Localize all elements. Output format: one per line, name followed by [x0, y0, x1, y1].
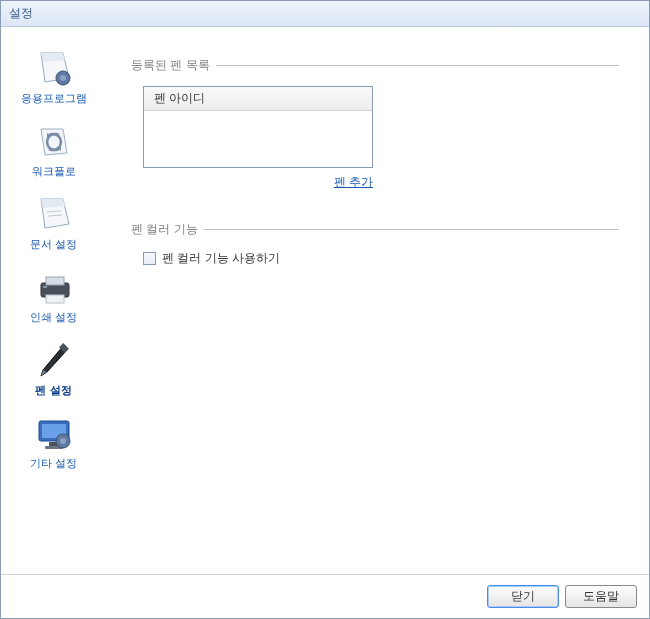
- pen-color-checkbox[interactable]: [143, 252, 156, 265]
- sidebar-item-label: 인쇄 설정: [30, 310, 77, 325]
- sidebar-item-label: 응용프로그램: [21, 91, 87, 106]
- sidebar-item-label: 기타 설정: [30, 456, 77, 471]
- sidebar-item-pen[interactable]: 펜 설정: [9, 339, 99, 400]
- sidebar-item-workflow[interactable]: 워크플로: [9, 120, 99, 181]
- workflow-icon: [30, 122, 78, 162]
- sidebar-item-label: 워크플로: [32, 164, 76, 179]
- checkbox-row: 펜 컬러 기능 사용하기: [143, 250, 619, 267]
- footer: 닫기 도움말: [1, 574, 649, 618]
- settings-window: 설정 응용프로그램: [0, 0, 650, 619]
- link-row: 펜 추가: [143, 174, 373, 191]
- svg-point-1: [60, 75, 66, 81]
- sidebar-item-print[interactable]: 인쇄 설정: [9, 266, 99, 327]
- section-title: 펜 컬러 기능: [131, 221, 198, 238]
- sidebar: 응용프로그램 워크플로: [1, 27, 106, 574]
- svg-rect-7: [43, 286, 47, 288]
- window-body: 응용프로그램 워크플로: [1, 27, 649, 574]
- sidebar-item-document[interactable]: 문서 설정: [9, 193, 99, 254]
- application-icon: [30, 49, 78, 89]
- section-title: 등록된 펜 목록: [131, 57, 210, 74]
- document-icon: [30, 195, 78, 235]
- add-pen-link[interactable]: 펜 추가: [334, 175, 373, 189]
- sidebar-item-label: 펜 설정: [35, 383, 71, 398]
- close-button[interactable]: 닫기: [487, 585, 559, 608]
- sidebar-item-other[interactable]: 기타 설정: [9, 412, 99, 473]
- main-panel: 등록된 펜 목록 펜 아이디 펜 추가 펜 컬러 기능 펜 컬러 기능 사용하기: [106, 27, 649, 574]
- sidebar-item-label: 문서 설정: [30, 237, 77, 252]
- section-header: 등록된 펜 목록: [131, 57, 619, 74]
- svg-rect-6: [46, 295, 64, 303]
- sidebar-item-application[interactable]: 응용프로그램: [9, 47, 99, 108]
- window-title: 설정: [9, 6, 33, 20]
- pen-icon: [30, 341, 78, 381]
- titlebar: 설정: [1, 1, 649, 27]
- svg-rect-5: [46, 277, 64, 285]
- section-header: 펜 컬러 기능: [131, 221, 619, 238]
- pen-list-header: 펜 아이디: [144, 87, 372, 111]
- svg-point-14: [60, 438, 66, 444]
- registered-pen-section: 등록된 펜 목록 펜 아이디 펜 추가: [131, 57, 619, 191]
- monitor-icon: [30, 414, 78, 454]
- pen-color-section: 펜 컬러 기능 펜 컬러 기능 사용하기: [131, 221, 619, 267]
- help-button[interactable]: 도움말: [565, 585, 637, 608]
- printer-icon: [30, 268, 78, 308]
- divider: [204, 229, 619, 230]
- pen-listbox[interactable]: 펜 아이디: [143, 86, 373, 168]
- divider: [216, 65, 619, 66]
- checkbox-label: 펜 컬러 기능 사용하기: [162, 250, 280, 267]
